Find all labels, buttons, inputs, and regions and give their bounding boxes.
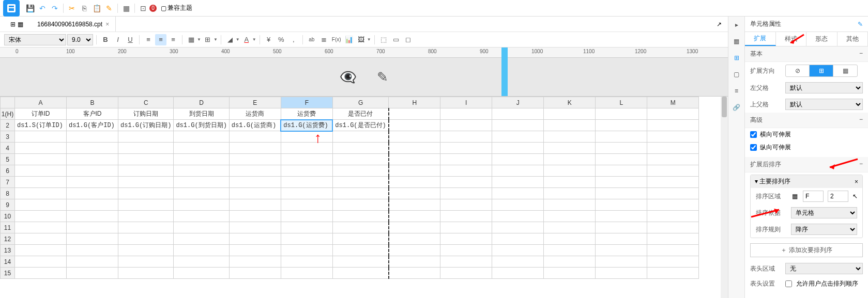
col-header[interactable]: A: [15, 97, 67, 108]
row-header[interactable]: 7: [1, 177, 15, 188]
cell[interactable]: [440, 222, 492, 233]
cell[interactable]: [596, 268, 647, 279]
cell[interactable]: [596, 154, 647, 165]
cell[interactable]: [332, 245, 388, 256]
cell[interactable]: [174, 188, 229, 199]
cell[interactable]: [544, 268, 596, 279]
collapse-icon[interactable]: −: [859, 50, 863, 58]
paste-icon[interactable]: 📋: [90, 2, 103, 14]
border-icon[interactable]: ▦: [186, 34, 197, 45]
cell[interactable]: 运货商: [229, 108, 281, 120]
cell[interactable]: 是否已付: [332, 108, 388, 120]
col-header[interactable]: C: [118, 97, 174, 108]
cell[interactable]: [440, 165, 492, 177]
cell[interactable]: [647, 154, 699, 165]
cell[interactable]: [647, 222, 699, 233]
cell[interactable]: [596, 233, 647, 245]
cell[interactable]: [596, 245, 647, 256]
cell[interactable]: [67, 188, 118, 199]
cell[interactable]: ds1.G(到货日期): [174, 120, 229, 131]
collapse-icon[interactable]: −: [859, 160, 863, 169]
cell[interactable]: [389, 177, 440, 188]
cell[interactable]: [67, 256, 118, 268]
cell[interactable]: [118, 245, 174, 256]
col-header[interactable]: M: [647, 97, 699, 108]
cell[interactable]: [281, 211, 332, 222]
col-header[interactable]: B: [67, 97, 118, 108]
cell[interactable]: [440, 108, 492, 120]
cell[interactable]: 订单ID: [15, 108, 67, 120]
cell[interactable]: [647, 188, 699, 199]
cell[interactable]: [229, 188, 281, 199]
cell[interactable]: [174, 199, 229, 211]
row-header[interactable]: 12: [1, 233, 15, 245]
cell[interactable]: 客户ID: [67, 108, 118, 120]
cell[interactable]: [281, 131, 332, 143]
cell[interactable]: [174, 245, 229, 256]
cell[interactable]: [389, 108, 440, 120]
expand-cols-icon[interactable]: ▦: [833, 65, 857, 76]
percent-icon[interactable]: %: [276, 34, 287, 45]
cell[interactable]: [332, 268, 388, 279]
cell[interactable]: [15, 211, 67, 222]
cell[interactable]: [492, 120, 544, 131]
cell[interactable]: [647, 131, 699, 143]
col-header[interactable]: G: [332, 97, 388, 108]
cell[interactable]: [647, 108, 699, 120]
cell[interactable]: [544, 154, 596, 165]
col-header[interactable]: J: [492, 97, 544, 108]
cell[interactable]: [389, 222, 440, 233]
font-color-icon[interactable]: A: [241, 34, 252, 45]
section-basic[interactable]: 基本 −: [745, 46, 868, 62]
cell[interactable]: [174, 177, 229, 188]
cut-icon[interactable]: ✂: [66, 2, 78, 14]
cell[interactable]: [118, 233, 174, 245]
cell[interactable]: [174, 233, 229, 245]
indent-icon[interactable]: ≣: [318, 34, 330, 45]
font-select[interactable]: 宋体: [4, 34, 66, 45]
cell[interactable]: [389, 143, 440, 154]
cell[interactable]: [544, 188, 596, 199]
cell[interactable]: [544, 165, 596, 177]
cell[interactable]: [544, 177, 596, 188]
cell[interactable]: [596, 256, 647, 268]
cell[interactable]: [647, 211, 699, 222]
cell[interactable]: [118, 177, 174, 188]
compat-theme-button[interactable]: ▢兼容主题: [157, 4, 196, 12]
cell[interactable]: [281, 165, 332, 177]
row-header[interactable]: 13: [1, 245, 15, 256]
cell[interactable]: [440, 199, 492, 211]
cell[interactable]: ds1.G(运货商): [229, 120, 281, 131]
link-icon[interactable]: 🔗: [732, 102, 742, 113]
col-header[interactable]: H: [389, 97, 440, 108]
cell[interactable]: [492, 222, 544, 233]
cell[interactable]: [544, 143, 596, 154]
cell[interactable]: [596, 188, 647, 199]
cell[interactable]: [67, 268, 118, 279]
cell[interactable]: [332, 233, 388, 245]
cell[interactable]: [281, 222, 332, 233]
rect-icon[interactable]: ▢: [732, 69, 742, 80]
cell[interactable]: 订购日期: [118, 108, 174, 120]
fill-icon[interactable]: ◢: [224, 34, 236, 45]
cell[interactable]: [544, 256, 596, 268]
row-header[interactable]: 3: [1, 131, 15, 143]
cell[interactable]: [596, 177, 647, 188]
cell[interactable]: [118, 268, 174, 279]
cell[interactable]: ds1.S(订单ID): [15, 120, 67, 131]
tab-nav-icon[interactable]: ⊞: [10, 21, 16, 28]
cell[interactable]: [389, 211, 440, 222]
cell[interactable]: [440, 154, 492, 165]
cell[interactable]: [229, 233, 281, 245]
cell[interactable]: [544, 108, 596, 120]
cell[interactable]: [229, 131, 281, 143]
edit-icon[interactable]: ✎: [377, 69, 388, 85]
bold-icon[interactable]: B: [100, 34, 111, 45]
cell[interactable]: [389, 188, 440, 199]
cell[interactable]: [647, 199, 699, 211]
tab-list-icon[interactable]: ▦: [18, 21, 23, 28]
cell[interactable]: [440, 245, 492, 256]
cell[interactable]: [15, 233, 67, 245]
redo-icon[interactable]: ↷: [49, 2, 61, 14]
cell[interactable]: [15, 188, 67, 199]
